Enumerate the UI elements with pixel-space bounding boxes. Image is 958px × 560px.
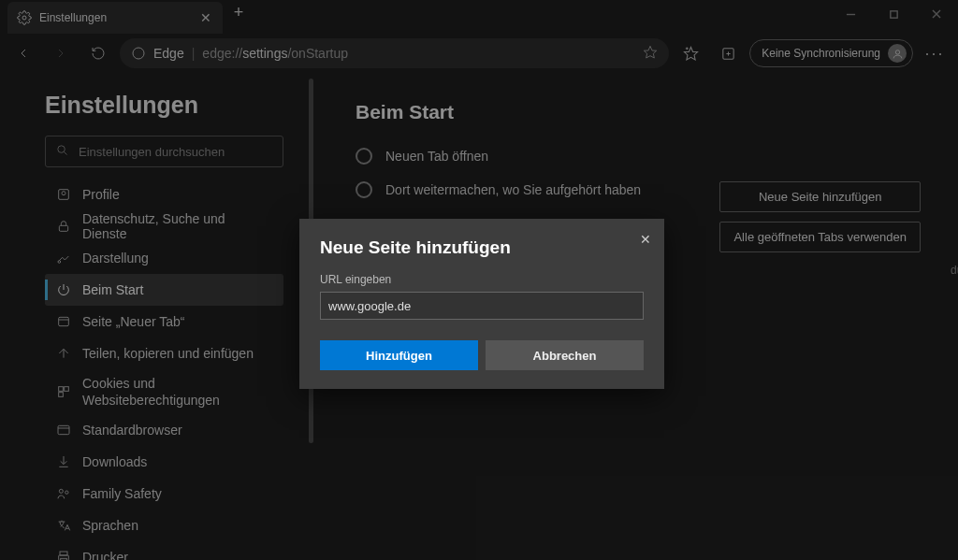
url-input-label: URL eingeben (320, 273, 644, 286)
dialog-title: Neue Seite hinzufügen (320, 237, 644, 258)
confirm-button[interactable]: Hinzufügen (320, 340, 478, 370)
cancel-button[interactable]: Abbrechen (486, 340, 644, 370)
close-icon[interactable]: ✕ (640, 232, 651, 247)
url-input[interactable] (320, 292, 644, 320)
add-page-dialog: ✕ Neue Seite hinzufügen URL eingeben Hin… (299, 219, 664, 389)
